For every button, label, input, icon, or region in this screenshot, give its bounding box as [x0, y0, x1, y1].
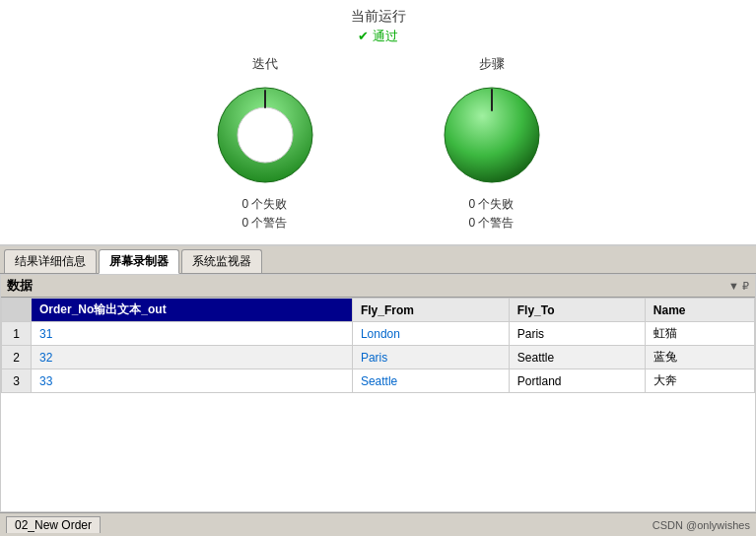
iteration-donut-gauge — [211, 81, 319, 189]
data-panel: 数据 ▼ ₽ Order_No输出文本_out Fly_From Fly_To … — [0, 274, 756, 512]
table-row[interactable]: 333SeattlePortland大奔 — [2, 369, 755, 393]
pass-status: ✔ 通过 — [358, 28, 398, 45]
table-row[interactable]: 232ParisSeattle蓝兔 — [2, 346, 755, 369]
cell-name: 蓝兔 — [645, 346, 754, 369]
order-no-link[interactable]: 31 — [39, 327, 52, 341]
tab-screen-recorder[interactable]: 屏幕录制器 — [99, 249, 179, 274]
iteration-failures: 0 个失败 — [241, 195, 287, 214]
tab-system-monitor[interactable]: 系统监视器 — [181, 249, 262, 273]
fly-from-value: Paris — [361, 351, 387, 365]
iteration-label: 迭代 — [252, 55, 278, 73]
cell-fly-from: London — [352, 322, 509, 346]
steps-solid-gauge — [438, 81, 546, 189]
steps-gauge-svg — [438, 81, 546, 189]
fly-from-value: London — [361, 327, 400, 341]
cell-fly-to: Paris — [509, 322, 645, 346]
cell-name: 大奔 — [645, 369, 754, 393]
svg-point-1 — [238, 107, 293, 163]
cell-order-no: 33 — [32, 369, 353, 393]
fly-from-value: Seattle — [361, 374, 397, 388]
cell-rownum: 2 — [2, 346, 32, 369]
steps-stats: 0 个失败 0 个警告 — [468, 195, 514, 233]
status-bar: 02_New Order CSDN @onlywishes — [0, 512, 756, 536]
table-row[interactable]: 131LondonParis虹猫 — [2, 322, 755, 346]
cell-rownum: 1 — [2, 322, 32, 346]
steps-gauge-section: 步骤 — [438, 55, 546, 233]
data-panel-header: 数据 ▼ ₽ — [1, 275, 755, 298]
col-header-fly-to: Fly_To — [509, 299, 645, 322]
steps-warnings: 0 个警告 — [468, 214, 514, 233]
iteration-stats: 0 个失败 0 个警告 — [241, 195, 287, 233]
steps-failures: 0 个失败 — [468, 195, 514, 214]
data-label: 数据 — [7, 277, 33, 295]
cell-order-no: 32 — [32, 346, 353, 369]
steps-label: 步骤 — [479, 55, 505, 73]
order-no-link[interactable]: 33 — [39, 374, 52, 388]
iteration-gauge-section: 迭代 — [211, 55, 319, 233]
main-container: 当前运行 ✔ 通过 迭代 — [0, 0, 756, 536]
data-table-container[interactable]: Order_No输出文本_out Fly_From Fly_To Name 13… — [1, 298, 755, 511]
cell-fly-from: Paris — [352, 346, 509, 369]
order-no-link[interactable]: 32 — [39, 351, 52, 365]
panel-pin-icon[interactable]: ▼ ₽ — [728, 280, 749, 293]
col-header-order: Order_No输出文本_out — [32, 299, 353, 322]
branding: CSDN @onlywishes — [653, 519, 750, 531]
gauges-row: 迭代 — [211, 55, 546, 233]
iteration-warnings: 0 个警告 — [241, 214, 287, 233]
cell-order-no: 31 — [32, 322, 353, 346]
col-header-fly-from: Fly_From — [352, 299, 509, 322]
data-panel-controls[interactable]: ▼ ₽ — [728, 280, 749, 293]
cell-name: 虹猫 — [645, 322, 754, 346]
tabs-bar: 结果详细信息 屏幕录制器 系统监视器 — [0, 246, 756, 274]
top-panel: 当前运行 ✔ 通过 迭代 — [0, 0, 756, 246]
tab-results[interactable]: 结果详细信息 — [4, 249, 97, 273]
col-header-name: Name — [645, 299, 754, 322]
iteration-gauge-svg — [211, 81, 319, 189]
cell-fly-to: Seattle — [509, 346, 645, 369]
data-table: Order_No输出文本_out Fly_From Fly_To Name 13… — [1, 298, 755, 393]
cell-fly-to: Portland — [509, 369, 645, 393]
cell-fly-from: Seattle — [352, 369, 509, 393]
cell-rownum: 3 — [2, 369, 32, 393]
col-header-rownum — [2, 299, 32, 322]
current-run-title: 当前运行 — [351, 8, 406, 26]
bottom-tab[interactable]: 02_New Order — [6, 516, 101, 533]
